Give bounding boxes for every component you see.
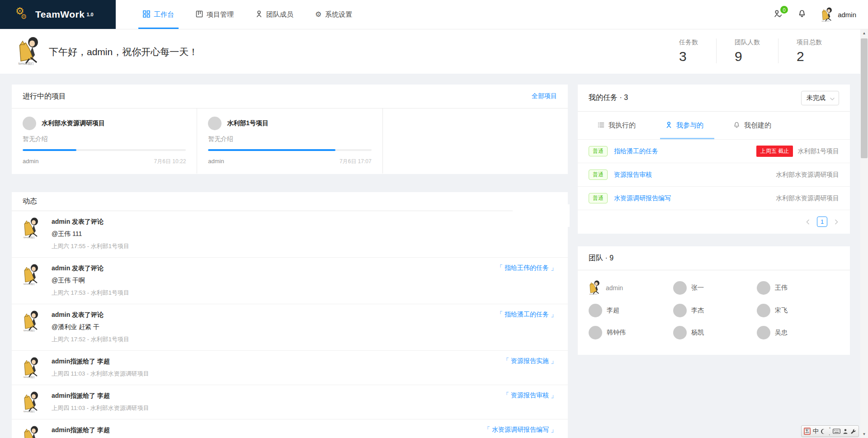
keyboard-icon[interactable]	[833, 429, 840, 434]
prev-page-button[interactable]	[803, 217, 812, 226]
member-approval-button[interactable]: 0	[772, 9, 783, 20]
avatar	[673, 304, 687, 317]
top-navbar: ⚙⚙ TeamWork 1.0 工作台 项目管理 团队成员 ⚙ 系统设置	[0, 0, 868, 29]
stats-bar: 任务数 3 团队人数 9 项目总数 2	[661, 38, 840, 63]
tab-label: 我执行的	[609, 121, 636, 130]
priority-badge: 普通	[589, 146, 608, 156]
task-link[interactable]: 指给潘工的任务	[614, 147, 658, 155]
card-title: 团队 · 9	[589, 254, 613, 263]
team-member[interactable]: 吴忠	[757, 326, 850, 339]
tab-label: 我创建的	[744, 121, 771, 130]
activity-meta: 上周六 17:53 - 水利部1号项目	[52, 289, 557, 297]
user-menu[interactable]: admin	[821, 7, 856, 22]
team-member[interactable]: 李超	[589, 304, 673, 317]
task-row: 普通 水资源调研报告编写 水利部水资源调研项目	[578, 187, 850, 210]
chevron-down-icon	[830, 94, 835, 102]
member-name: admin	[606, 284, 623, 292]
project-card[interactable]: 水利部1号项目 暂无介绍 admin 7月6日 17:07	[197, 108, 382, 174]
task-filter-select[interactable]: 未完成	[801, 91, 839, 105]
tab-i-participate[interactable]: 我参与的	[665, 112, 703, 139]
nav-item-label: 项目管理	[207, 10, 234, 19]
activity-meta: 上周四 11:03 - 水利部水资源调研项目	[52, 370, 557, 377]
nav-item-team[interactable]: 团队成员	[245, 0, 304, 29]
member-name: 李杰	[691, 306, 704, 315]
nav-item-projects[interactable]: 项目管理	[185, 0, 245, 29]
next-page-button[interactable]	[832, 217, 841, 226]
stat-label: 团队人数	[735, 38, 760, 47]
activity-actor: admin 发表了评论	[52, 311, 557, 319]
activity-actor: admin指派给了 李超	[52, 357, 557, 365]
tab-label: 我参与的	[676, 121, 703, 130]
activity-actor: admin 发表了评论	[52, 264, 557, 272]
nav-item-label: 团队成员	[266, 10, 293, 19]
project-card[interactable]: 水利部水资源调研项目 暂无介绍 admin 7月6日 10:22	[12, 108, 197, 174]
brand-logo[interactable]: ⚙⚙ TeamWork 1.0	[0, 0, 116, 29]
project-desc: 暂无介绍	[23, 135, 186, 143]
stat-projects: 项目总数 2	[778, 38, 840, 63]
nav-item-workbench[interactable]: 工作台	[132, 0, 185, 29]
avatar	[23, 217, 41, 239]
activity-task-link[interactable]: 「 资源报告审核 」	[503, 391, 557, 400]
tab-i-created[interactable]: 我创建的	[733, 112, 771, 139]
activity-task-link[interactable]: 「 资源报告实施 」	[503, 357, 557, 365]
task-link[interactable]: 资源报告审核	[614, 171, 652, 179]
nav-right: 0 admin	[772, 0, 868, 29]
avatar	[589, 326, 602, 339]
avatar	[757, 281, 770, 295]
white-overlay-box	[513, 204, 570, 227]
tab-i-execute[interactable]: 我执行的	[598, 112, 636, 139]
activity-actor: admin指派给了 李超	[52, 391, 557, 400]
member-name: 韩钟伟	[607, 329, 626, 337]
activity-task-link[interactable]: 「 指给王伟的任务 」	[496, 264, 557, 272]
activity-feed-card: 动态 admin 发表了评论 @王伟 111 上周六 17:55 - 水利部1号…	[12, 192, 568, 438]
nav-item-settings[interactable]: ⚙ 系统设置	[304, 0, 363, 29]
avatar	[23, 311, 41, 332]
wrench-icon[interactable]	[850, 429, 856, 434]
page-number-button[interactable]: 1	[817, 217, 827, 227]
nav-item-label: 系统设置	[325, 10, 352, 19]
member-name: 李超	[607, 306, 619, 315]
ime-language-toggle[interactable]: 中	[813, 427, 819, 435]
scroll-down-button[interactable]: ▼	[860, 430, 868, 438]
activity-comment: @王伟 干啊	[52, 276, 557, 284]
project-name[interactable]: 水利部水资源调研项目	[42, 119, 105, 127]
project-grid: 水利部水资源调研项目 暂无介绍 admin 7月6日 10:22 水利部1号项目…	[12, 108, 568, 174]
scrollbar-thumb[interactable]	[861, 38, 868, 158]
project-card-empty	[383, 108, 568, 174]
activity-task-link[interactable]: 「 指给潘工的任务 」	[496, 311, 557, 319]
avatar	[23, 426, 41, 438]
priority-badge: 普通	[589, 170, 608, 180]
team-member[interactable]: 韩钟伟	[589, 326, 673, 339]
person-icon	[665, 122, 672, 130]
notifications-button[interactable]	[797, 9, 807, 20]
avatar	[23, 264, 41, 285]
task-row: 普通 资源报告审核 水利部水资源调研项目	[578, 163, 850, 187]
project-date: 7月6日 10:22	[154, 158, 186, 165]
stat-value: 2	[797, 50, 822, 63]
project-name[interactable]: 水利部1号项目	[227, 119, 269, 127]
team-member[interactable]: 宋飞	[757, 304, 850, 317]
person-icon[interactable]	[843, 429, 848, 434]
activity-task-link[interactable]: 「 水资源调研报告编写 」	[484, 426, 557, 434]
nav-item-label: 工作台	[154, 10, 174, 19]
vertical-scrollbar[interactable]: ▲ ▼	[860, 29, 868, 438]
ime-wubi-key[interactable]: 五	[804, 428, 811, 435]
all-projects-link[interactable]: 全部项目	[532, 92, 557, 100]
moon-icon[interactable]	[821, 429, 827, 434]
member-name: 张一	[691, 284, 704, 292]
workbench-page: ⚙⚙ TeamWork 1.0 工作台 项目管理 团队成员 ⚙ 系统设置	[0, 0, 868, 438]
team-member[interactable]: admin	[589, 280, 673, 295]
ime-punctuation-toggle[interactable]: °‚	[829, 427, 830, 436]
gears-logo-icon: ⚙⚙	[14, 5, 31, 24]
progress-bar	[23, 149, 186, 151]
team-member[interactable]: 李杰	[673, 304, 757, 317]
task-link[interactable]: 水资源调研报告编写	[614, 194, 671, 203]
activity-item: admin 发表了评论 @潘利业 赶紧 干 上周六 17:52 - 水利部1号项…	[12, 304, 568, 351]
team-member[interactable]: 张一	[673, 280, 757, 295]
team-member[interactable]: 王伟	[757, 280, 850, 295]
scroll-up-button[interactable]: ▲	[860, 29, 868, 37]
team-member[interactable]: 杨凯	[673, 326, 757, 339]
my-tasks-card: 我的任务 · 3 未完成 我执行的 我参与的 我创建的 普通 指给潘工的任务	[578, 85, 850, 234]
avatar	[673, 326, 687, 339]
greeting-text: 下午好，admin，祝你开心每一天！	[49, 46, 198, 58]
